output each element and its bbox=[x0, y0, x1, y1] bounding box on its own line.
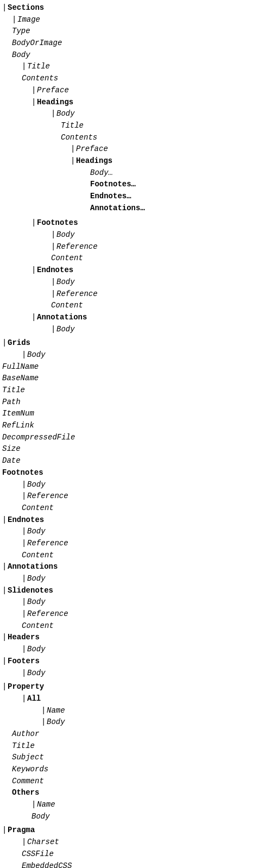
annotations-top-body-node: | Body bbox=[2, 573, 272, 585]
pragma-node: | Pragma bbox=[2, 825, 272, 836]
title-node-4: Title bbox=[2, 740, 272, 752]
endnotes-reference-label: Reference bbox=[56, 288, 98, 300]
footers-label: Footers bbox=[8, 656, 40, 668]
embeddedcss-label: EmbeddedCSS bbox=[22, 860, 72, 869]
contents-label-1: Contents bbox=[22, 73, 58, 85]
title-label-1: Title bbox=[27, 61, 50, 73]
slidenotes-label: Slidenotes bbox=[8, 585, 53, 597]
endnotes-ellipsis-node: Endnotes… bbox=[2, 191, 272, 203]
contents-node-1: Contents bbox=[2, 73, 272, 85]
footnotes-top-content-label: Content bbox=[22, 502, 54, 514]
image-label: Image bbox=[17, 14, 40, 26]
headings-node-2: | Headings bbox=[2, 155, 272, 167]
embeddedcss-node: EmbeddedCSS bbox=[2, 860, 272, 869]
path-node: Path bbox=[2, 397, 272, 408]
contents-node-2: Contents bbox=[2, 132, 272, 144]
size-node: Size bbox=[2, 443, 272, 455]
slidenotes-content-label: Content bbox=[22, 620, 54, 632]
reflink-label: RefLink bbox=[2, 420, 34, 432]
annotations-body-label: Body bbox=[56, 324, 75, 336]
type-node: Type bbox=[2, 26, 272, 37]
contents-label-2: Contents bbox=[61, 132, 97, 144]
title-label-4: Title bbox=[12, 740, 35, 752]
footnotes-section-label: Footnotes bbox=[37, 217, 78, 229]
cssfile-label: CSSFile bbox=[22, 848, 54, 860]
footers-body-label: Body bbox=[27, 668, 46, 680]
basename-label: BaseName bbox=[2, 373, 39, 385]
decompressedfile-label: DecompressedFile bbox=[2, 432, 75, 444]
bodyorimage-label: BodyOrImage bbox=[12, 37, 62, 49]
charset-node: | Charset bbox=[2, 836, 272, 848]
headings-label-1: Headings bbox=[37, 97, 73, 109]
annotations-top-body-label: Body bbox=[27, 573, 46, 585]
itemnum-label: ItemNum bbox=[2, 408, 34, 420]
footnotes-content-label: Content bbox=[51, 253, 83, 265]
footnotes-top-label: Footnotes bbox=[2, 467, 43, 479]
annotations-section-node: | Annotations bbox=[2, 312, 272, 324]
headings-node-1: | Headings bbox=[2, 97, 272, 109]
footers-node: | Footers bbox=[2, 656, 272, 668]
cssfile-node: CSSFile bbox=[2, 848, 272, 860]
subject-node: Subject bbox=[2, 752, 272, 764]
endnotes-content-node: Content bbox=[2, 300, 272, 312]
footnotes-top-reference-label: Reference bbox=[27, 490, 68, 502]
comment-label: Comment bbox=[12, 776, 44, 788]
body-label-1: Body bbox=[12, 49, 30, 61]
others-body-node: Body bbox=[2, 811, 272, 823]
keywords-node: Keywords bbox=[2, 764, 272, 776]
footnotes-ellipsis-label: Footnotes… bbox=[90, 179, 136, 191]
title-label-2: Title bbox=[61, 120, 84, 132]
endnotes-section-label: Endnotes bbox=[37, 265, 73, 276]
size-label: Size bbox=[2, 443, 21, 455]
endnotes-body-node: | Body bbox=[2, 276, 272, 288]
headers-node: | Headers bbox=[2, 632, 272, 644]
itemnum-node: ItemNum bbox=[2, 408, 272, 420]
endnotes-top-reference-node: | Reference bbox=[2, 538, 272, 550]
headings-body-label-1: Body bbox=[56, 108, 75, 120]
pragma-label: Pragma bbox=[8, 825, 35, 836]
endnotes-content-label: Content bbox=[51, 300, 83, 312]
all-name-label: Name bbox=[47, 705, 65, 717]
path-label: Path bbox=[2, 397, 21, 408]
title-node-2: Title bbox=[2, 120, 272, 132]
bodyorimage-node: BodyOrImage bbox=[2, 37, 272, 49]
body-ellipsis-label: Body… bbox=[90, 167, 113, 179]
slidenotes-reference-label: Reference bbox=[27, 608, 68, 620]
body-node-1: Body bbox=[2, 49, 272, 61]
basename-node: BaseName bbox=[2, 373, 272, 385]
footnotes-reference-label: Reference bbox=[56, 241, 98, 253]
annotations-top-node: | Annotations bbox=[2, 561, 272, 573]
sections-node: | Sections bbox=[2, 2, 272, 14]
footnotes-top-content-node: Content bbox=[2, 502, 272, 514]
footnotes-top-body-node: | Body bbox=[2, 479, 272, 491]
footers-body-node: | Body bbox=[2, 668, 272, 680]
endnotes-top-label: Endnotes bbox=[8, 514, 44, 526]
footnotes-body-label: Body bbox=[56, 229, 75, 241]
footnotes-body-node: | Body bbox=[2, 229, 272, 241]
pipe: | bbox=[2, 2, 8, 14]
annotations-ellipsis-node: Annotations… bbox=[2, 203, 272, 215]
others-name-label: Name bbox=[37, 799, 55, 811]
grids-node: | Grids bbox=[2, 337, 272, 349]
footnotes-reference-node: | Reference bbox=[2, 241, 272, 253]
all-name-node: | Name bbox=[2, 705, 272, 717]
grids-body-node: | Body bbox=[2, 349, 272, 361]
grids-label: Grids bbox=[8, 337, 30, 349]
preface-node-1: | Preface bbox=[2, 85, 272, 97]
headers-body-node: | Body bbox=[2, 644, 272, 656]
endnotes-section-node: | Endnotes bbox=[2, 265, 272, 276]
preface-label-1: Preface bbox=[37, 85, 69, 97]
title-label-3: Title bbox=[2, 385, 25, 397]
comment-node: Comment bbox=[2, 776, 272, 788]
charset-label: Charset bbox=[27, 836, 59, 848]
others-label: Others bbox=[12, 787, 39, 799]
keywords-label: Keywords bbox=[12, 764, 48, 776]
all-body-node: | Body bbox=[2, 716, 272, 728]
footnotes-content-node: Content bbox=[2, 253, 272, 265]
headers-body-label: Body bbox=[27, 644, 46, 656]
footnotes-top-reference-node: | Reference bbox=[2, 490, 272, 502]
annotations-section-label: Annotations bbox=[37, 312, 87, 324]
footnotes-top-body-label: Body bbox=[27, 479, 46, 491]
date-label: Date bbox=[2, 455, 21, 467]
footnotes-section-node: | Footnotes bbox=[2, 217, 272, 229]
